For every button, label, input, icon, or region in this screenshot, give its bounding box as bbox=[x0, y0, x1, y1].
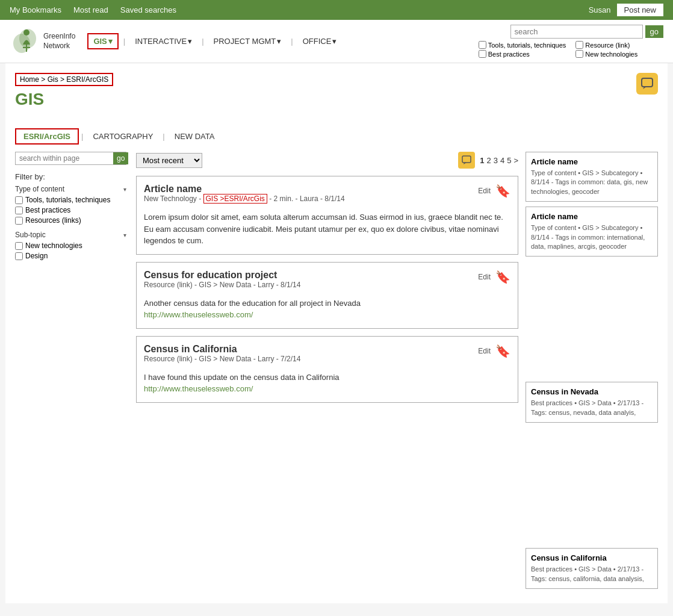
article-1-actions: Edit 🔖 bbox=[478, 184, 510, 198]
type-of-content-section: Type of content ▾ Tools, tutorials, tech… bbox=[15, 185, 126, 225]
filter-design: Design bbox=[15, 252, 126, 260]
tab-cartography[interactable]: CARTOGRAPHY bbox=[85, 129, 160, 143]
filter-tools-checkbox[interactable] bbox=[15, 196, 23, 204]
logo-icon bbox=[10, 26, 40, 57]
my-bookmarks-link[interactable]: My Bookmarks bbox=[10, 5, 61, 14]
filter-label: Filter by: bbox=[15, 172, 126, 181]
page-title: GIS bbox=[15, 90, 627, 109]
article-card-1: Article name New Technology - GIS >ESRI/… bbox=[136, 176, 518, 255]
page-1[interactable]: 1 bbox=[480, 156, 484, 165]
filter-new-technologies: New technologies bbox=[15, 241, 126, 250]
related-1-meta: Type of content • GIS > Subcategory • 8/… bbox=[531, 169, 653, 196]
logo-line2: Network bbox=[43, 42, 75, 51]
related-4-title: Census in California bbox=[531, 553, 653, 562]
nav-office-dropdown-icon: ▾ bbox=[332, 37, 336, 46]
article-1-title: Article name bbox=[144, 184, 345, 194]
page-3[interactable]: 3 bbox=[494, 156, 498, 165]
related-card-1: Article name Type of content • GIS > Sub… bbox=[526, 152, 658, 202]
title-area: Home > Gis > ESRI/ArcGIS GIS bbox=[15, 73, 658, 119]
article-3-title: Census in California bbox=[144, 344, 300, 355]
main-nav: GIS ▾ | INTERACTIVE ▾ | PROJECT MGMT ▾ |… bbox=[87, 33, 341, 49]
article-1-bookmark[interactable]: 🔖 bbox=[495, 184, 510, 198]
page-5[interactable]: 5 bbox=[507, 156, 511, 165]
most-read-link[interactable]: Most read bbox=[73, 5, 108, 14]
article-2-bookmark[interactable]: 🔖 bbox=[495, 270, 510, 284]
filter-bestpractices-checkbox[interactable] bbox=[15, 207, 23, 214]
article-1-tag: GIS >ESRI/ArcGis bbox=[203, 194, 267, 204]
filter-design-checkbox[interactable] bbox=[15, 252, 23, 260]
article-3-header: Census in California Resource (link) - G… bbox=[144, 344, 510, 368]
tab-esri-arcgis[interactable]: ESRI/ArcGIS bbox=[15, 128, 79, 145]
search-input[interactable] bbox=[510, 25, 643, 39]
article-2-actions: Edit 🔖 bbox=[478, 270, 510, 284]
article-card-2: Census for education project Resource (l… bbox=[136, 262, 518, 329]
tabs-row: ESRI/ArcGIS | CARTOGRAPHY | NEW DATA bbox=[15, 128, 658, 145]
nav-sep-3: | bbox=[291, 37, 293, 46]
site-header: GreenInfo Network GIS ▾ | INTERACTIVE ▾ … bbox=[0, 20, 673, 63]
nav-gis[interactable]: GIS ▾ bbox=[87, 33, 118, 49]
sort-select[interactable]: Most recent Most popular Alphabetical bbox=[136, 153, 202, 168]
tab-sep-1: | bbox=[81, 132, 83, 141]
article-2-edit[interactable]: Edit bbox=[478, 273, 491, 281]
sidebar-search-input[interactable] bbox=[16, 152, 113, 164]
search-checkboxes: Tools, tutorials, techniques Resource (l… bbox=[479, 41, 663, 58]
top-nav: My Bookmarks Most read Saved searches Su… bbox=[0, 0, 673, 20]
related-card-4: Census in California Best practices • GI… bbox=[526, 548, 658, 589]
type-of-content-arrow: ▾ bbox=[123, 186, 126, 193]
breadcrumb: Home > Gis > ESRI/ArcGIS bbox=[15, 73, 113, 86]
nav-sep-1: | bbox=[123, 37, 125, 46]
article-1-edit[interactable]: Edit bbox=[478, 187, 491, 195]
search-filter-bestpractices[interactable]: Best practices bbox=[479, 50, 566, 58]
article-3-actions: Edit 🔖 bbox=[478, 344, 510, 358]
filter-resources-checkbox[interactable] bbox=[15, 217, 23, 225]
pagination: 1 2 3 4 5 > bbox=[458, 152, 518, 169]
nav-project-mgmt[interactable]: PROJECT MGMT ▾ bbox=[209, 34, 287, 48]
type-of-content-header[interactable]: Type of content ▾ bbox=[15, 185, 126, 193]
post-new-button[interactable]: Post new bbox=[617, 4, 663, 16]
filter-bestpractices: Best practices bbox=[15, 206, 126, 214]
article-1-header: Article name New Technology - GIS >ESRI/… bbox=[144, 184, 510, 208]
related-card-2: Article name Type of content • GIS > Sub… bbox=[526, 207, 658, 257]
search-filter-newtechnologies[interactable]: New technologies bbox=[575, 50, 663, 58]
article-3-link[interactable]: http://www.theuselessweb.com/ bbox=[144, 384, 253, 393]
search-filter-tools[interactable]: Tools, tutorials, techniques bbox=[479, 41, 566, 49]
article-1-body: Lorem ipsum dolor sit amet, eam soluta a… bbox=[144, 211, 510, 247]
article-2-title: Census for education project bbox=[144, 270, 300, 281]
page-next[interactable]: > bbox=[513, 156, 518, 165]
svg-point-2 bbox=[23, 30, 29, 36]
sort-row: Most recent Most popular Alphabetical 1 bbox=[136, 152, 518, 169]
article-2-link[interactable]: http://www.theuselessweb.com/ bbox=[144, 310, 253, 319]
saved-searches-link[interactable]: Saved searches bbox=[120, 5, 176, 14]
articles-with-sidebar: Most recent Most popular Alphabetical 1 bbox=[136, 152, 518, 594]
related-2-title: Article name bbox=[531, 212, 653, 221]
related-3-title: Census in Nevada bbox=[531, 387, 653, 396]
sub-topic-header[interactable]: Sub-topic ▾ bbox=[15, 231, 126, 239]
search-filter-resource[interactable]: Resource (link) bbox=[575, 41, 663, 49]
related-1-title: Article name bbox=[531, 157, 653, 166]
search-area: go Tools, tutorials, techniques Resource… bbox=[479, 25, 663, 58]
sidebar-search-go-button[interactable]: go bbox=[113, 152, 128, 164]
svg-rect-5 bbox=[642, 78, 653, 87]
article-2-header: Census for education project Resource (l… bbox=[144, 270, 510, 294]
article-1-meta: New Technology - GIS >ESRI/ArcGis - 2 mi… bbox=[144, 194, 345, 203]
logo-line1: GreenInfo bbox=[43, 32, 75, 42]
nav-interactive[interactable]: INTERACTIVE ▾ bbox=[130, 34, 197, 48]
logo-area: GreenInfo Network bbox=[10, 26, 75, 57]
title-content: Home > Gis > ESRI/ArcGIS GIS bbox=[15, 73, 627, 119]
top-nav-right: Susan Post new bbox=[589, 4, 663, 16]
related-3-meta: Best practices • GIS > Data • 2/17/13 - … bbox=[531, 399, 653, 417]
article-3-edit[interactable]: Edit bbox=[478, 347, 491, 355]
page-2[interactable]: 2 bbox=[486, 156, 491, 165]
search-go-button[interactable]: go bbox=[645, 25, 663, 38]
filter-resources: Resources (links) bbox=[15, 216, 126, 225]
filter-new-technologies-checkbox[interactable] bbox=[15, 242, 23, 250]
sub-topic-section: Sub-topic ▾ New technologies Design bbox=[15, 231, 126, 260]
article-3-bookmark[interactable]: 🔖 bbox=[495, 344, 510, 358]
main-layout: go Filter by: Type of content ▾ Tools, t… bbox=[15, 152, 658, 594]
tab-new-data[interactable]: NEW DATA bbox=[167, 129, 222, 143]
page-4[interactable]: 4 bbox=[500, 156, 504, 165]
related-2-meta: Type of content • GIS > Subcategory • 8/… bbox=[531, 223, 653, 251]
chat-bubble-icon bbox=[636, 73, 658, 95]
article-3-body: I have found this update on the census d… bbox=[144, 372, 510, 395]
nav-office[interactable]: OFFICE ▾ bbox=[298, 34, 342, 48]
